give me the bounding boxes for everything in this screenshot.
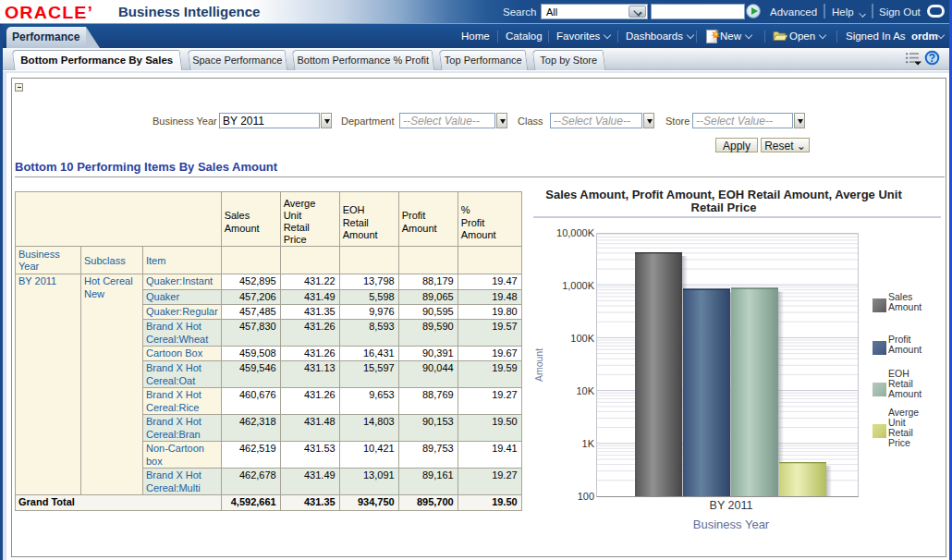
svg-text:?: ? [929,52,935,65]
